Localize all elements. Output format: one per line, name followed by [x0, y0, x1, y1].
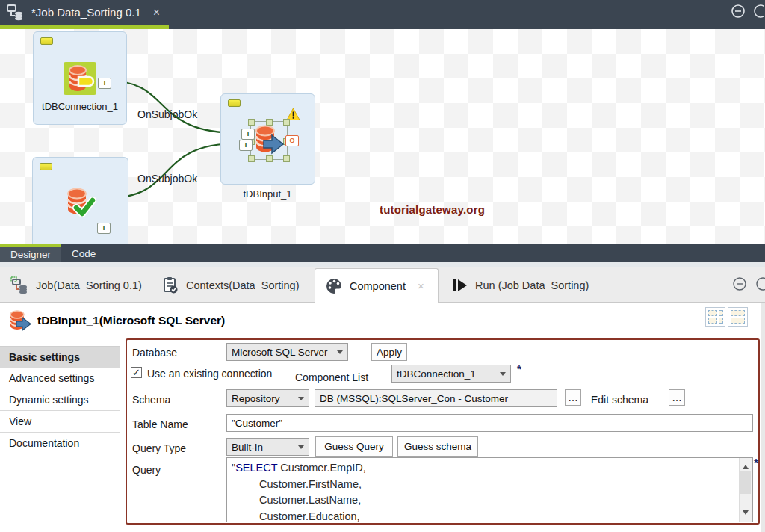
query-line: Customer.Education, — [232, 509, 748, 523]
guess-query-button[interactable]: Guess Query — [315, 436, 393, 457]
minimize-icon[interactable] — [731, 4, 746, 19]
tab-component[interactable]: Component × — [315, 268, 439, 303]
tab-label: Run (Job Data_Sorting) — [475, 279, 589, 291]
run-icon — [453, 278, 468, 293]
editor-mode-bar: Designer Code — [0, 244, 765, 262]
database-select-value: Microsoft SQL Server — [232, 347, 328, 358]
panel-scrollbar[interactable] — [761, 303, 765, 532]
settings-sidebar: Basic settings Advanced settings Dynamic… — [0, 346, 120, 454]
table-name-input[interactable]: "Customer" — [226, 414, 753, 432]
query-line: "SELECT Customer.EmpID, — [232, 460, 748, 477]
subjob-marker-icon[interactable] — [228, 99, 241, 107]
use-existing-connection-label: Use an existing connection — [147, 368, 272, 380]
scrollbar-thumb[interactable] — [740, 471, 751, 494]
table-name-label: Table Name — [132, 418, 188, 430]
tab-label: Component — [350, 280, 406, 292]
schema-repository-field[interactable]: DB (MSSQL):SQLServer_Con - Customer — [315, 389, 557, 407]
edit-schema-label: Edit schema — [591, 394, 648, 406]
component-label[interactable]: tDBInput_1 — [226, 188, 309, 200]
watermark: tutorialgateway.org — [380, 203, 485, 216]
layout-rows-button[interactable] — [728, 307, 748, 327]
layout-grid-button[interactable] — [705, 307, 725, 327]
selection-frame — [251, 122, 287, 159]
sidebar-item-advanced-settings[interactable]: Advanced settings — [0, 368, 120, 389]
maximize-panel-icon[interactable] — [756, 276, 765, 291]
divider-strip — [0, 262, 765, 267]
apply-button[interactable]: Apply — [371, 343, 407, 361]
close-icon[interactable]: × — [418, 279, 424, 292]
subjob-marker-icon[interactable] — [40, 163, 52, 170]
scroll-down-icon[interactable] — [743, 510, 749, 518]
query-text: Customer.EmpID, — [277, 462, 365, 474]
sidebar-item-basic-settings[interactable]: Basic settings — [0, 346, 120, 368]
maximize-icon[interactable] — [753, 4, 764, 19]
connection-label[interactable]: OnSubjobOk — [137, 173, 197, 185]
chevron-down-icon — [298, 397, 304, 403]
output-port[interactable]: O — [285, 135, 299, 146]
subjob-marker-icon[interactable] — [40, 37, 53, 45]
connection-label[interactable]: OnSubjobOk — [137, 108, 197, 120]
component-list-select[interactable]: tDBConnection_1 — [391, 365, 511, 383]
contexts-icon — [162, 276, 179, 294]
trigger-port[interactable]: T — [98, 78, 111, 89]
tab-designer[interactable]: Designer — [0, 244, 61, 262]
chevron-down-icon — [500, 372, 506, 379]
query-scrollbar[interactable] — [739, 458, 752, 522]
tab-job-view[interactable]: Job(Data_Sorting 0.1) — [10, 267, 142, 303]
subjob-tdbinput[interactable]: T T O tDBInput_1 — [220, 93, 315, 185]
chevron-down-icon — [298, 445, 304, 452]
tab-label: Job(Data_Sorting 0.1) — [36, 279, 142, 291]
close-icon[interactable]: × — [153, 6, 160, 19]
trigger-port[interactable]: T — [239, 140, 253, 151]
required-marker: * — [517, 362, 521, 375]
database-select[interactable]: Microsoft SQL Server — [226, 343, 348, 361]
use-existing-connection-checkbox[interactable]: ✓ — [131, 367, 142, 378]
job-icon — [10, 276, 28, 294]
schema-mode-select[interactable]: Repository — [226, 389, 309, 407]
query-type-label: Query Type — [132, 442, 186, 454]
tab-label: Contexts(Data_Sorting) — [186, 279, 300, 291]
query-type-value: Built-In — [232, 442, 263, 453]
schema-label: Schema — [132, 394, 170, 406]
talend-studio-window: *Job Data_Sorting 0.1 × — [0, 0, 765, 532]
query-line: Customer.FirstName, — [232, 477, 748, 493]
view-tab-bar: Job(Data_Sorting 0.1) Contexts(Data_Sort… — [0, 267, 765, 303]
tdbinput-icon — [9, 310, 34, 332]
trigger-port[interactable]: T — [97, 223, 111, 234]
minimize-panel-icon[interactable] — [732, 276, 747, 291]
panel-controls — [731, 4, 764, 19]
chevron-down-icon — [337, 350, 343, 357]
tdbconnection-icon[interactable] — [64, 62, 98, 95]
tdbinput-icon[interactable] — [253, 124, 286, 157]
schema-browse-button[interactable]: … — [565, 389, 581, 406]
tab-run[interactable]: Run (Job Data_Sorting) — [453, 267, 589, 303]
editor-tab-title: *Job Data_Sorting 0.1 — [31, 6, 141, 19]
required-marker: * — [754, 456, 758, 468]
tab-contexts[interactable]: Contexts(Data_Sorting) — [162, 267, 300, 303]
editor-tab-bar: *Job Data_Sorting 0.1 × — [0, 0, 765, 29]
component-list-value: tDBConnection_1 — [397, 368, 476, 380]
sidebar-item-documentation[interactable]: Documentation — [0, 433, 120, 454]
subjob-tdbconnection[interactable]: T tDBConnection_1 — [33, 31, 127, 125]
editor-tab-job[interactable]: *Job Data_Sorting 0.1 × — [0, 0, 169, 25]
tdbcommit-icon[interactable] — [64, 188, 97, 219]
trigger-port[interactable]: T — [241, 129, 255, 140]
subjob-tdbcommit[interactable]: T tDBCommit_1 — [32, 157, 128, 244]
component-view-title: tDBInput_1(Microsoft SQL Server) — [37, 314, 225, 327]
scroll-up-icon[interactable] — [743, 462, 749, 469]
query-line: Customer.LastName, — [232, 492, 748, 509]
guess-schema-button[interactable]: Guess schema — [397, 436, 478, 457]
sidebar-item-view[interactable]: View — [0, 411, 120, 433]
job-icon — [6, 4, 25, 21]
query-label: Query — [132, 464, 161, 476]
job-design-canvas[interactable]: T tDBConnection_1 T tDBCommit_1 — [0, 29, 765, 244]
component-list-label: Component List — [295, 371, 368, 383]
component-label[interactable]: tDBConnection_1 — [38, 101, 122, 112]
component-icon — [326, 278, 342, 294]
sql-keyword: SELECT — [235, 462, 277, 474]
edit-schema-button[interactable]: … — [669, 389, 685, 406]
sidebar-item-dynamic-settings[interactable]: Dynamic settings — [0, 389, 120, 411]
query-type-select[interactable]: Built-In — [226, 438, 309, 456]
tab-code[interactable]: Code — [61, 244, 106, 262]
query-editor[interactable]: "SELECT Customer.EmpID, Customer.FirstNa… — [226, 457, 753, 522]
